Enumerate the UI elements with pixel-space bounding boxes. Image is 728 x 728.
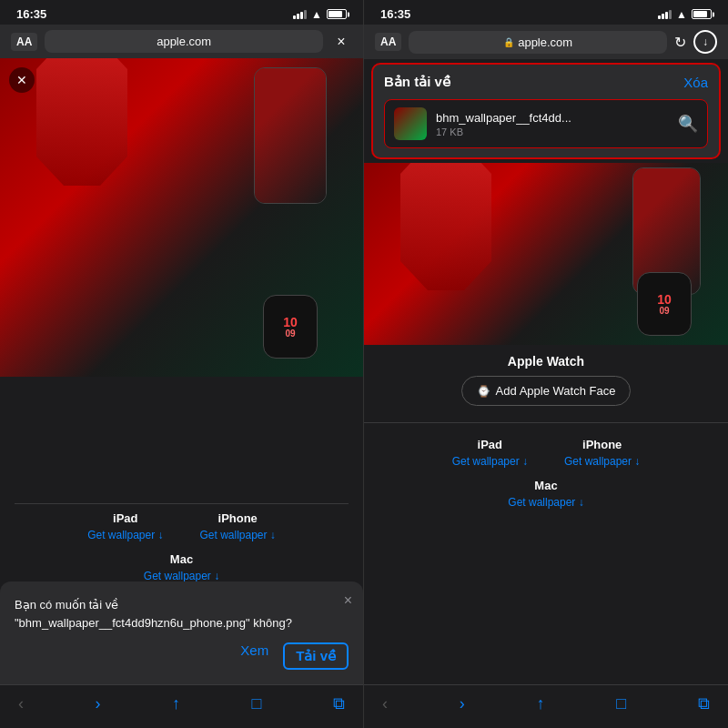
download-item[interactable]: bhm_wallpaper__fct4dd... 17 KB 🔍 xyxy=(384,99,708,148)
right-ipad-label: iPad xyxy=(452,438,528,451)
left-books-button[interactable]: □ xyxy=(252,694,262,713)
left-time: 16:35 xyxy=(16,7,46,21)
left-iphone-col: iPhone Get wallpaper ↓ xyxy=(200,511,276,541)
right-ipad-col: iPad Get wallpaper ↓ xyxy=(452,438,528,468)
right-back-button[interactable]: ‹ xyxy=(382,694,388,713)
right-bottom-nav: ‹ › ↑ □ ⧉ xyxy=(364,684,728,728)
left-watch-device-image: 10 09 xyxy=(263,295,318,359)
left-forward-button[interactable]: › xyxy=(96,694,101,713)
popup-download-button[interactable]: Tải về xyxy=(283,642,349,670)
right-status-bar: 16:35 ▲ xyxy=(364,0,728,25)
right-phone-screen: 16:35 ▲ AA 🔒 apple.com ↻ ↓ Bản xyxy=(364,0,728,728)
downloads-title: Bản tải về xyxy=(384,74,450,90)
left-mac-label: Mac xyxy=(15,552,349,566)
download-thumbnail xyxy=(394,107,427,140)
left-url-bar[interactable]: apple.com xyxy=(45,30,323,53)
watch-face-icon: ⌚ xyxy=(477,385,490,398)
download-info: bhm_wallpaper__fct4dd... 17 KB xyxy=(436,111,669,137)
left-ipad-col: iPad Get wallpaper ↓ xyxy=(87,511,163,541)
left-ipad-label: iPad xyxy=(87,511,163,525)
popup-close-button[interactable]: × xyxy=(344,592,352,609)
left-iphone-wallpaper-link[interactable]: Get wallpaper ↓ xyxy=(200,529,276,541)
popup-message: Bạn có muốn tải về "bhm_wallpaper__fct4d… xyxy=(15,596,349,632)
right-content-wrapper: Bản tải về Xóa bhm_wallpaper__fct4dd... … xyxy=(364,59,728,728)
right-wallpaper-section: iPad Get wallpaper ↓ iPhone Get wallpape… xyxy=(364,430,728,520)
right-hero-image: 10 09 xyxy=(364,163,728,345)
right-share-button[interactable]: ↑ xyxy=(537,694,545,713)
left-phone-device-image xyxy=(254,67,327,204)
left-wallpaper-row: iPad Get wallpaper ↓ iPhone Get wallpape… xyxy=(15,511,349,541)
left-mac-col: Mac Get wallpaper ↓ xyxy=(15,552,349,582)
right-books-button[interactable]: □ xyxy=(616,694,626,713)
right-iphone-col: iPhone Get wallpaper ↓ xyxy=(564,438,640,468)
right-mac-label: Mac xyxy=(379,479,713,492)
right-tabs-button[interactable]: ⧉ xyxy=(698,694,710,713)
right-watch-device-image: 10 09 xyxy=(637,272,692,336)
right-watch-label: Apple Watch xyxy=(379,354,713,369)
right-iphone-label: iPhone xyxy=(564,438,640,451)
download-search-icon[interactable]: 🔍 xyxy=(678,114,698,134)
left-share-button[interactable]: ↑ xyxy=(172,694,180,713)
wifi-icon: ▲ xyxy=(311,8,322,21)
left-x-circle-button[interactable]: ✕ xyxy=(9,67,35,93)
popup-view-button[interactable]: Xem xyxy=(240,642,268,670)
right-mac-col: Mac Get wallpaper ↓ xyxy=(379,479,713,509)
download-size: 17 KB xyxy=(436,126,669,137)
right-browser-bar: AA 🔒 apple.com ↻ ↓ xyxy=(364,25,728,59)
right-ipad-wallpaper-link[interactable]: Get wallpaper ↓ xyxy=(452,455,528,468)
right-status-icons: ▲ xyxy=(658,8,712,21)
downloads-header: Bản tải về Xóa xyxy=(384,74,708,90)
right-wallpaper-row-1: iPad Get wallpaper ↓ iPhone Get wallpape… xyxy=(379,438,713,468)
left-browser-bar: AA apple.com × xyxy=(0,25,363,58)
right-forward-button[interactable]: › xyxy=(460,694,465,713)
signal-icon xyxy=(293,10,307,19)
left-url-text: apple.com xyxy=(157,35,211,48)
left-hero-image: ✕ 10 09 xyxy=(0,58,363,377)
right-download-button[interactable]: ↓ xyxy=(693,30,717,54)
left-download-popup: × Bạn có muốn tải về "bhm_wallpaper__fct… xyxy=(0,581,363,684)
right-add-watch-face-button[interactable]: ⌚ Add Apple Watch Face xyxy=(461,376,632,406)
right-lock-icon: 🔒 xyxy=(503,37,514,47)
left-iphone-label: iPhone xyxy=(200,511,276,525)
right-signal-icon xyxy=(658,10,672,19)
left-tabs-button[interactable]: ⧉ xyxy=(333,694,345,713)
left-mac-wallpaper-link[interactable]: Get wallpaper ↓ xyxy=(15,570,349,582)
right-mac-wallpaper-link[interactable]: Get wallpaper ↓ xyxy=(379,496,713,509)
right-separator-1 xyxy=(364,422,728,423)
right-aa-button[interactable]: AA xyxy=(375,33,401,51)
left-aa-button[interactable]: AA xyxy=(11,33,37,51)
left-content-area: ✕ 10 09 × Bạn có muốn tải về "bhm_wallpa… xyxy=(0,58,363,684)
left-bottom-nav: ‹ › ↑ □ ⧉ xyxy=(0,684,363,728)
right-wifi-icon: ▲ xyxy=(676,8,687,21)
download-filename: bhm_wallpaper__fct4dd... xyxy=(436,111,669,125)
left-status-bar: 16:35 ▲ xyxy=(0,0,363,25)
downloads-clear-button[interactable]: Xóa xyxy=(683,75,708,90)
right-time: 16:35 xyxy=(380,7,410,21)
popup-actions: Xem Tải về xyxy=(15,642,349,670)
right-battery-icon xyxy=(692,9,712,19)
right-reload-button[interactable]: ↻ xyxy=(674,34,686,51)
add-watch-face-label: Add Apple Watch Face xyxy=(496,384,616,398)
left-wallpaper-section: iPad Get wallpaper ↓ iPhone Get wallpape… xyxy=(0,489,363,593)
right-iphone-wallpaper-link[interactable]: Get wallpaper ↓ xyxy=(564,455,640,468)
right-watch-section: Apple Watch ⌚ Add Apple Watch Face xyxy=(364,345,728,415)
left-phone-screen: 16:35 ▲ AA apple.com × ✕ xyxy=(0,0,364,728)
right-downloads-panel: Bản tải về Xóa bhm_wallpaper__fct4dd... … xyxy=(371,63,721,159)
battery-icon xyxy=(327,9,347,19)
right-url-text: apple.com xyxy=(518,35,572,49)
left-status-icons: ▲ xyxy=(293,8,347,21)
left-back-button[interactable]: ‹ xyxy=(18,694,24,713)
left-ipad-wallpaper-link[interactable]: Get wallpaper ↓ xyxy=(87,529,163,541)
right-url-bar[interactable]: 🔒 apple.com xyxy=(409,31,667,54)
left-close-button[interactable]: × xyxy=(330,31,352,53)
